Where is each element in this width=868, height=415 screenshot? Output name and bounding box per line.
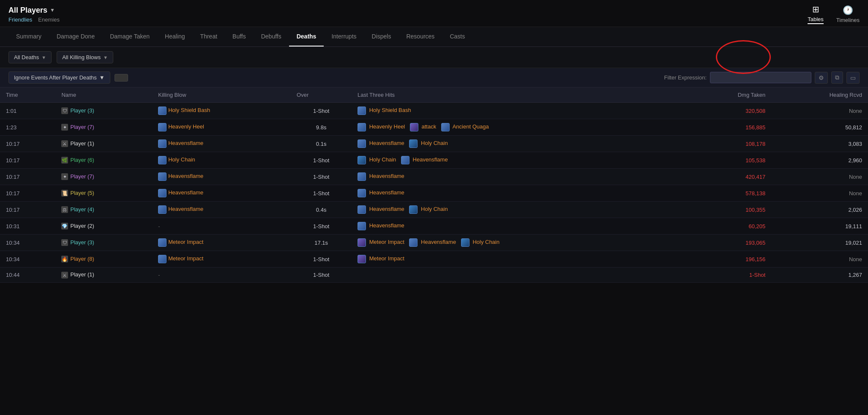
player-name: Player (5) (70, 190, 94, 196)
hit-separator (438, 123, 439, 130)
player-class-icon: ✦ (61, 124, 68, 131)
tab-interrupts[interactable]: Interrupts (324, 27, 364, 46)
table-row[interactable]: 1:01🛡Player (3)Holy Shield Bash1-Shot Ho… (0, 103, 868, 119)
all-killing-blows-arrow: ▼ (103, 55, 108, 60)
hit-name: Holy Chain (368, 156, 396, 163)
tab-resources[interactable]: Resources (399, 27, 442, 46)
spell-icon (158, 255, 167, 263)
cell-time: 10:31 (0, 218, 55, 235)
player-class-icon: 💎 (61, 223, 68, 229)
cell-time: 10:34 (0, 235, 55, 251)
cell-name: 🔥Player (8) (55, 251, 152, 268)
cell-name: ⚔Player (1) (55, 268, 152, 283)
tables-nav-button[interactable]: ⊞ Tables (808, 4, 824, 24)
spell-icon (158, 205, 167, 214)
tab-deaths[interactable]: Deaths (289, 27, 324, 46)
table-row[interactable]: 10:44⚔Player (1)-1-Shot1-Shot1,267 (0, 268, 868, 283)
killing-blow-name: Holy Chain (168, 156, 195, 163)
table-row[interactable]: 10:17⚖Player (4)Heavensflame0.4s Heavens… (0, 202, 868, 218)
tab-healing[interactable]: Healing (157, 27, 192, 46)
healing-rcvd-value: None (849, 174, 862, 180)
tab-buffs[interactable]: Buffs (225, 27, 254, 46)
hit-name: Heavensflame (368, 206, 404, 212)
cell-name: ⚖Player (4) (55, 202, 152, 218)
player-name: Player (1) (70, 140, 94, 147)
healing-rcvd-value: None (849, 108, 862, 114)
cell-over: 1-Shot (291, 152, 352, 169)
cell-time: 10:44 (0, 268, 55, 283)
cell-over: 1-Shot (291, 185, 352, 202)
deaths-table-wrapper: Time Name Killing Blow Over Last Three H… (0, 87, 868, 283)
timelines-nav-button[interactable]: 🕐 Timelines (836, 5, 860, 23)
cell-name: 🛡Player (3) (55, 103, 152, 119)
gear-button[interactable]: ⚙ (815, 72, 828, 84)
table-row[interactable]: 10:17📜Player (5)Heavensflame1-Shot Heave… (0, 185, 868, 202)
table-row[interactable]: 10:31💎Player (2)-1-Shot Heavensflame60,2… (0, 218, 868, 235)
hit-name: Heavensflame (368, 189, 404, 196)
cell-time: 10:34 (0, 251, 55, 268)
cell-killing-blow: Heavenly Heel (152, 119, 291, 136)
cell-name: ⚔Player (1) (55, 136, 152, 152)
expand-button[interactable]: ⧉ (831, 71, 843, 84)
player-name: Player (4) (70, 206, 94, 213)
spell-icon (358, 123, 366, 131)
tab-summary[interactable]: Summary (8, 27, 49, 46)
tab-debuffs[interactable]: Debuffs (254, 27, 289, 46)
table-row[interactable]: 10:17✦Player (7)Heavensflame1-Shot Heave… (0, 169, 868, 185)
cell-over: 0.4s (291, 202, 352, 218)
cell-healing-rcvd: None (771, 169, 868, 185)
table-row[interactable]: 1:23✦Player (7)Heavenly Heel9.8s Heavenl… (0, 119, 868, 136)
all-killing-blows-dropdown[interactable]: All Killing Blows ▼ (57, 51, 113, 63)
all-players-label: All Players (8, 6, 47, 15)
healing-rcvd-value: 2,026 (848, 207, 862, 213)
cell-last-hits: Meteor Impact Heavensflame Holy Chain (352, 235, 685, 251)
spell-icon (358, 205, 366, 214)
cell-killing-blow: - (152, 218, 291, 235)
cell-over: 0.1s (291, 136, 352, 152)
cell-last-hits: Meteor Impact (352, 251, 685, 268)
table-row[interactable]: 10:17⚔Player (1)Heavensflame0.1s Heavens… (0, 136, 868, 152)
table-row[interactable]: 10:17🌿Player (6)Holy Chain1-Shot Holy Ch… (0, 152, 868, 169)
friendlies-tab[interactable]: Friendlies (8, 16, 32, 23)
tab-damage-done[interactable]: Damage Done (49, 27, 102, 46)
top-right-nav: ⊞ Tables 🕐 Timelines (808, 4, 860, 24)
cell-dmg-taken: 105,538 (685, 152, 771, 169)
cell-healing-rcvd: 19,021 (771, 235, 868, 251)
cell-dmg-taken: 100,355 (685, 202, 771, 218)
dmg-taken-value: 156,885 (745, 124, 765, 131)
tab-bar: Summary Damage Done Damage Taken Healing… (0, 27, 868, 47)
tab-damage-taken[interactable]: Damage Taken (102, 27, 157, 46)
cell-dmg-taken: 1-Shot (685, 268, 771, 283)
timelines-label: Timelines (836, 17, 860, 23)
healing-rcvd-value: None (849, 190, 862, 197)
spell-icon (358, 189, 366, 197)
hit-name: Heavensflame (368, 140, 404, 146)
dmg-taken-value: 196,156 (745, 256, 765, 262)
cell-healing-rcvd: 3,083 (771, 136, 868, 152)
enemies-tab[interactable]: Enemies (38, 16, 60, 23)
hit-name: attack (420, 123, 436, 130)
healing-rcvd-value: None (849, 256, 862, 262)
cell-time: 1:23 (0, 119, 55, 136)
all-players-selector[interactable]: All Players ▼ (8, 6, 60, 15)
player-name: Player (3) (70, 239, 94, 246)
player-class-icon: ⚔ (61, 272, 68, 278)
tab-threat[interactable]: Threat (193, 27, 225, 46)
dmg-taken-value: 578,138 (745, 190, 765, 197)
tab-casts[interactable]: Casts (442, 27, 472, 46)
filter-expression-input[interactable] (710, 72, 811, 83)
table-row[interactable]: 10:34🛡Player (3)Meteor Impact17.1s Meteo… (0, 235, 868, 251)
table-row[interactable]: 10:34🔥Player (8)Meteor Impact1-Shot Mete… (0, 251, 868, 268)
ignore-events-button[interactable]: Ignore Events After Player Deaths ▼ (8, 71, 110, 84)
spell-icon (358, 156, 366, 164)
killing-blow-name: Meteor Impact (168, 255, 203, 262)
tables-label: Tables (808, 16, 824, 22)
fullscreen-button[interactable]: ▭ (846, 72, 860, 84)
all-deaths-dropdown[interactable]: All Deaths ▼ (8, 51, 52, 63)
col-killing-blow: Killing Blow (152, 87, 291, 103)
spell-icon (158, 238, 167, 247)
tab-dispels[interactable]: Dispels (364, 27, 399, 46)
spell-icon (410, 123, 418, 131)
killing-blow-dash: - (158, 223, 160, 229)
ignore-events-toggle[interactable] (115, 74, 128, 82)
